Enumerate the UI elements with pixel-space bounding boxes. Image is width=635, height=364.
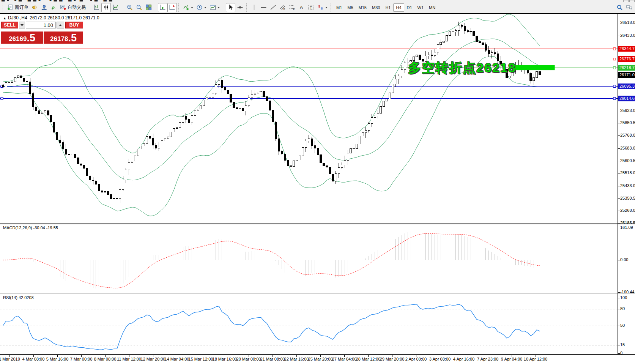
volume-decrease-button[interactable] (19, 22, 25, 28)
timeframe-w1-button[interactable]: W1 (415, 3, 427, 12)
price-level-label: 26014.6 (618, 96, 635, 101)
candlestick-icon (103, 4, 109, 11)
zoom-out-button[interactable] (134, 3, 144, 12)
buy-button[interactable]: BUY (65, 22, 83, 28)
clipped-menu-fragments: ▄▖▗▄ ▄▄▖ ▗▄▄ ▄▖▄ ▗▄ ▄▄ (2, 0, 115, 1)
timeframe-mn-button[interactable]: MN (426, 3, 438, 12)
fibonacci-button[interactable]: F (287, 3, 297, 12)
main-chart-pane[interactable] (0, 14, 618, 224)
timeframe-m15-button[interactable]: M15 (356, 3, 369, 12)
dropdown-caret-icon[interactable] (191, 7, 193, 8)
toolbar-button-label: 自动交易 (68, 4, 86, 11)
horizontal-line-button[interactable] (259, 3, 268, 12)
pivot-highlight-bar[interactable] (513, 65, 555, 70)
chart-shift-button[interactable] (167, 3, 177, 12)
dropdown-caret-icon[interactable] (217, 7, 220, 8)
axis-tick (618, 292, 620, 293)
new-order-button[interactable]: 新订单 (6, 3, 30, 12)
one-click-trading-panel: SELL BUY 26169.5 26178.5 (1, 22, 84, 44)
timeframe-h4-button[interactable]: H4 (393, 3, 404, 12)
toolbar-separator (122, 3, 123, 12)
svg-text:T: T (310, 5, 312, 9)
trendline-button[interactable] (268, 3, 278, 12)
candlestick-button[interactable] (101, 3, 111, 12)
symbol-period: DJ30-,H4 (8, 15, 27, 20)
channel-button[interactable]: E (278, 3, 287, 12)
rsi-line (3, 304, 540, 350)
collapse-arrow-icon[interactable]: ▲ (3, 16, 6, 20)
rsi-tick-label: 15 (620, 342, 625, 347)
timeframe-m30-button[interactable]: M30 (369, 3, 383, 12)
price-tick-label: 25683.0 (620, 146, 635, 150)
buy-price-box[interactable]: 26178.5 (44, 32, 83, 44)
triangle-up-icon (59, 24, 62, 26)
macd-pane[interactable] (0, 224, 618, 293)
timeframe-m1-button[interactable]: M1 (334, 3, 345, 12)
price-tick-label: 26433.0 (620, 33, 635, 38)
chat-button[interactable] (624, 3, 634, 12)
tile-windows-button[interactable] (144, 3, 153, 12)
line-handle[interactable] (613, 58, 616, 60)
autotrading-button[interactable]: 自动交易 (58, 3, 87, 12)
line-handle[interactable] (613, 67, 616, 69)
sell-button[interactable]: SELL (1, 22, 18, 28)
timeframe-h1-button[interactable]: H1 (383, 3, 393, 12)
rsi-tick-label: 100 (620, 295, 627, 300)
signals-button[interactable] (49, 3, 58, 12)
cursor-button[interactable] (226, 3, 235, 12)
templates-button[interactable] (208, 3, 221, 12)
line-chart-button[interactable] (111, 3, 120, 12)
axis-tick (618, 23, 620, 23)
line-handle[interactable] (613, 97, 616, 99)
toolbar-button-label: 新订单 (15, 4, 28, 11)
text-button[interactable]: A (297, 3, 306, 12)
tile-windows-icon (145, 4, 152, 11)
mt4-application: ▄▖▗▄ ▄▄▖ ▗▄▄ ▄▖▄ ▗▄ ▄▄ 新订单自动交易EFATM1M5M1… (0, 0, 635, 364)
volume-increase-button[interactable] (57, 22, 64, 28)
buy-price-frac: .5 (68, 33, 77, 43)
triangle-down-icon (20, 24, 24, 26)
candles-layer[interactable] (2, 25, 541, 199)
line-handle[interactable] (1, 97, 3, 99)
timeframe-m5-button[interactable]: M5 (345, 3, 356, 12)
dropdown-caret-icon[interactable] (325, 7, 328, 8)
axis-tick (618, 173, 620, 173)
fibonacci-icon: F (289, 4, 295, 11)
rsi-tick-label: 50 (620, 323, 625, 328)
profile-button[interactable] (39, 3, 49, 12)
axis-tick (618, 223, 620, 224)
price-level-label: 26218.7 (618, 65, 635, 71)
rsi-tick-label: 80 (620, 306, 625, 311)
arrows-button[interactable] (316, 3, 329, 12)
search-button[interactable] (615, 3, 624, 12)
line-chart-icon (112, 4, 119, 11)
price-axis-line (618, 14, 618, 354)
price-level-label: 26344.7 (618, 46, 635, 52)
vertical-line-button[interactable] (249, 3, 259, 12)
rsi-pane[interactable] (0, 294, 618, 354)
sell-price-box[interactable]: 26169.5 (1, 32, 43, 44)
dropdown-caret-icon[interactable] (204, 7, 206, 8)
axis-tick (618, 111, 620, 111)
text-label-button[interactable]: T (306, 3, 316, 12)
indicators-button[interactable] (181, 3, 195, 12)
price-tick-label: 25268.0 (620, 208, 635, 213)
axis-tick (618, 298, 620, 298)
zoom-in-button[interactable] (125, 3, 134, 12)
line-handle[interactable] (613, 48, 616, 50)
volume-input[interactable] (26, 22, 56, 28)
autoscroll-button[interactable] (158, 3, 167, 12)
bar-chart-button[interactable] (92, 3, 101, 12)
signals-icon (50, 4, 57, 11)
pivot-annotation-text[interactable]: 多空转折点26218 (408, 59, 516, 77)
periods-button[interactable] (195, 3, 208, 12)
crosshair-button[interactable] (235, 3, 245, 12)
text-icon: A (298, 4, 305, 11)
timeframe-d1-button[interactable]: D1 (404, 3, 415, 12)
profile-icon (41, 4, 47, 11)
line-handle[interactable] (613, 85, 616, 87)
axis-tick (618, 36, 620, 36)
macd-tick-label: 161.09 (620, 225, 633, 230)
alert-button[interactable] (30, 3, 39, 12)
chart-title: ▲DJ30-,H4 26172.0 26180.0 26171.0 26171.… (3, 15, 99, 20)
